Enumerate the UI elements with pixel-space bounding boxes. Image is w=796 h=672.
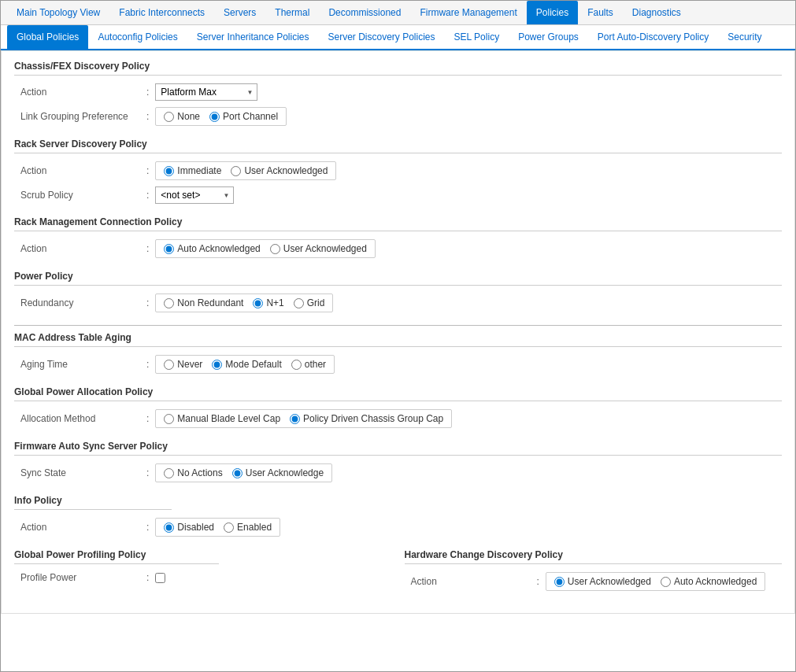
section-hw-change: Hardware Change Discovery Policy Action … (405, 549, 783, 591)
rack-mgmt-action-label: Action (20, 243, 146, 254)
col-hw-change: Hardware Change Discovery Policy Action … (405, 549, 783, 604)
hw-change-user-ack-option[interactable]: User Acknowledged (554, 576, 651, 587)
rack-mgmt-user-ack-option[interactable]: User Acknowledged (270, 243, 367, 254)
mac-aging-mode-default-option[interactable]: Mode Default (212, 359, 281, 370)
profile-power-checkbox-option[interactable] (155, 573, 165, 583)
power-grid-radio[interactable] (294, 298, 304, 308)
sync-user-ack-option[interactable]: User Acknowledge (232, 467, 324, 478)
rack-mgmt-user-ack-radio[interactable] (270, 244, 280, 254)
section-chassis-fex-header: Chassis/FEX Discovery Policy (14, 61, 782, 76)
chassis-action-label: Action (20, 87, 146, 98)
rack-scrub-row: Scrub Policy : <not set> Default (14, 186, 782, 204)
sync-user-ack-label: User Acknowledge (246, 467, 324, 478)
rack-immediate-option[interactable]: Immediate (164, 165, 221, 176)
alloc-policy-driven-option[interactable]: Policy Driven Chassis Group Cap (290, 413, 443, 424)
rack-scrub-select[interactable]: <not set> Default (155, 186, 234, 204)
section-global-power-profiling: Global Power Profiling Policy Profile Po… (14, 549, 392, 583)
hw-change-action-radio: User Acknowledged Auto Acknowledged (546, 572, 765, 591)
info-enabled-label: Enabled (237, 522, 272, 533)
chassis-link-none-radio[interactable] (164, 112, 174, 122)
mac-aging-never-option[interactable]: Never (164, 359, 202, 370)
chassis-link-portchannel-option[interactable]: Port Channel (209, 111, 278, 122)
topnav-item-faults[interactable]: Faults (578, 1, 623, 24)
sub-nav: Global Policies Autoconfig Policies Serv… (1, 25, 795, 50)
chassis-link-sep: : (146, 111, 149, 122)
chassis-link-none-option[interactable]: None (164, 111, 200, 122)
chassis-action-select[interactable]: Platform Max Platform 8-link 4-link 2-li… (155, 83, 257, 101)
section-mac-aging-header: MAC Address Table Aging (14, 332, 782, 347)
section-divider (14, 325, 782, 326)
topnav-item-servers[interactable]: Servers (214, 1, 265, 24)
section-mac-aging: MAC Address Table Aging Aging Time : Nev… (14, 332, 782, 374)
mac-aging-label: Aging Time (20, 359, 146, 370)
section-global-power-alloc: Global Power Allocation Policy Allocatio… (14, 386, 782, 428)
info-enabled-radio[interactable] (224, 522, 234, 533)
sync-user-ack-radio[interactable] (232, 468, 243, 478)
hw-change-auto-ack-option[interactable]: Auto Acknowledged (661, 576, 757, 587)
topnav-item-fabric[interactable]: Fabric Interconnects (109, 1, 214, 24)
alloc-manual-radio[interactable] (164, 414, 174, 424)
rack-mgmt-auto-ack-radio[interactable] (164, 244, 174, 254)
power-non-redundant-radio[interactable] (164, 298, 174, 308)
rack-immediate-label: Immediate (177, 165, 221, 176)
mac-aging-other-option[interactable]: other (291, 359, 326, 370)
subnav-item-port-autodiscovery[interactable]: Port Auto-Discovery Policy (588, 25, 718, 50)
global-power-alloc-row: Allocation Method : Manual Blade Level C… (14, 409, 782, 428)
topnav-item-main-topology[interactable]: Main Topology View (7, 1, 109, 24)
topnav-item-policies[interactable]: Policies (527, 1, 578, 24)
rack-action-sep: : (146, 165, 149, 176)
section-chassis-fex: Chassis/FEX Discovery Policy Action : Pl… (14, 61, 782, 126)
rack-mgmt-sep: : (146, 243, 149, 254)
topnav-item-diagnostics[interactable]: Diagnostics (623, 1, 690, 24)
chassis-link-portchannel-radio[interactable] (209, 112, 220, 122)
sync-no-actions-option[interactable]: No Actions (164, 467, 222, 478)
power-non-redundant-option[interactable]: Non Redundant (164, 297, 243, 308)
subnav-item-sel-policy[interactable]: SEL Policy (445, 25, 509, 50)
subnav-item-security[interactable]: Security (718, 25, 771, 50)
power-n1-option[interactable]: N+1 (253, 297, 283, 308)
hw-change-auto-ack-radio[interactable] (661, 577, 671, 587)
subnav-item-autoconfig[interactable]: Autoconfig Policies (88, 25, 187, 50)
info-disabled-option[interactable]: Disabled (164, 522, 214, 533)
rack-user-ack-option[interactable]: User Acknowledged (231, 165, 328, 176)
topnav-item-decommissioned[interactable]: Decommissioned (319, 1, 410, 24)
rack-mgmt-auto-ack-option[interactable]: Auto Acknowledged (164, 243, 260, 254)
rack-immediate-radio[interactable] (164, 166, 174, 176)
info-disabled-radio[interactable] (164, 522, 174, 533)
topnav-item-thermal[interactable]: Thermal (265, 1, 319, 24)
section-rack-mgmt-header: Rack Management Connection Policy (14, 216, 782, 231)
subnav-item-server-discovery[interactable]: Server Discovery Policies (319, 25, 445, 50)
mac-aging-other-radio[interactable] (291, 360, 302, 370)
rack-scrub-label: Scrub Policy (20, 190, 146, 201)
topnav-item-firmware[interactable]: Firmware Management (410, 1, 526, 24)
mac-aging-never-radio[interactable] (164, 360, 174, 370)
info-policy-sep: : (146, 522, 149, 533)
section-hw-change-header: Hardware Change Discovery Policy (405, 549, 783, 564)
section-power-policy: Power Policy Redundancy : Non Redundant … (14, 271, 782, 312)
mac-aging-mode-default-radio[interactable] (212, 360, 222, 370)
mac-aging-sep: : (146, 359, 149, 370)
top-nav: Main Topology View Fabric Interconnects … (1, 1, 795, 25)
chassis-link-group-label: Link Grouping Preference (20, 111, 146, 122)
rack-scrub-select-wrapper[interactable]: <not set> Default (155, 186, 234, 204)
page-wrapper: Main Topology View Fabric Interconnects … (0, 0, 796, 672)
alloc-manual-option[interactable]: Manual Blade Level Cap (164, 413, 280, 424)
hw-change-auto-ack-label: Auto Acknowledged (674, 576, 757, 587)
alloc-policy-driven-radio[interactable] (290, 414, 300, 424)
subnav-item-global-policies[interactable]: Global Policies (7, 25, 88, 50)
power-grid-option[interactable]: Grid (294, 297, 325, 308)
rack-action-label: Action (20, 165, 146, 176)
rack-user-ack-radio[interactable] (231, 166, 241, 176)
profile-power-checkbox[interactable] (155, 573, 165, 583)
subnav-item-power-groups[interactable]: Power Groups (509, 25, 588, 50)
power-n1-radio[interactable] (253, 298, 263, 308)
rack-scrub-sep: : (146, 190, 149, 201)
subnav-item-server-inheritance[interactable]: Server Inheritance Policies (187, 25, 319, 50)
hw-change-user-ack-radio[interactable] (554, 577, 565, 587)
info-enabled-option[interactable]: Enabled (224, 522, 272, 533)
sync-no-actions-radio[interactable] (164, 468, 174, 478)
mac-aging-other-label: other (305, 359, 326, 370)
chassis-action-select-wrapper[interactable]: Platform Max Platform 8-link 4-link 2-li… (155, 83, 257, 101)
info-policy-action-radio: Disabled Enabled (155, 518, 280, 537)
firmware-sync-row: Sync State : No Actions User Acknowledge (14, 463, 782, 482)
